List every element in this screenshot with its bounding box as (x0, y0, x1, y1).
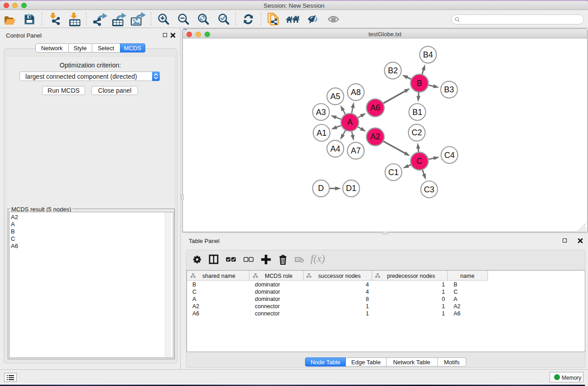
svg-text:A5: A5 (330, 92, 340, 101)
svg-text:f(x): f(x) (311, 253, 325, 264)
svg-text:B1: B1 (412, 108, 422, 117)
svg-text:C: C (416, 157, 422, 166)
svg-text:B4: B4 (423, 50, 433, 59)
svg-text:D1: D1 (346, 184, 356, 193)
svg-text:A8: A8 (351, 88, 361, 97)
svg-text:A3: A3 (316, 108, 326, 117)
svg-text:A1: A1 (316, 129, 326, 138)
svg-text:C2: C2 (411, 128, 422, 137)
svg-text:D: D (318, 184, 324, 193)
svg-text:A6: A6 (370, 103, 380, 112)
svg-text:C4: C4 (444, 151, 454, 160)
svg-text:B2: B2 (388, 66, 398, 75)
svg-text:C3: C3 (424, 185, 435, 194)
svg-text:A: A (347, 118, 353, 127)
svg-text:B3: B3 (444, 85, 454, 94)
svg-text:C1: C1 (388, 168, 399, 177)
svg-text:A2: A2 (370, 132, 380, 141)
svg-text:B: B (417, 79, 422, 88)
svg-text:A7: A7 (351, 146, 361, 155)
svg-text:A4: A4 (330, 144, 340, 153)
